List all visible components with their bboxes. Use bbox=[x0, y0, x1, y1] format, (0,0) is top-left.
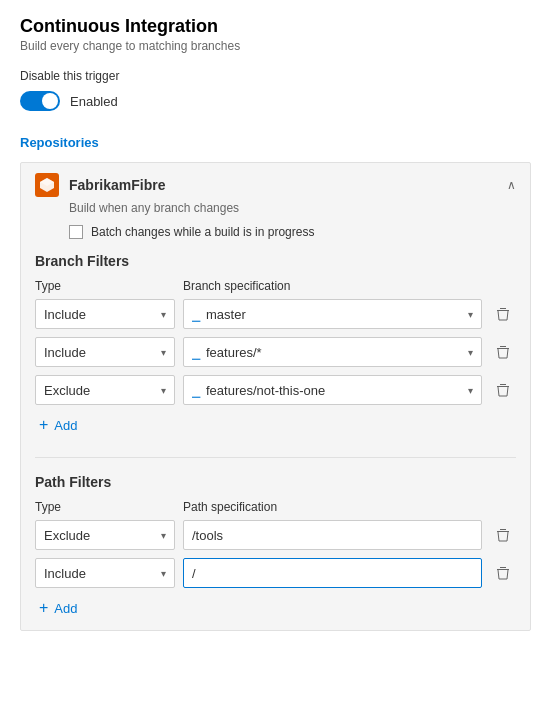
repo-collapse-chevron[interactable]: ∧ bbox=[507, 178, 516, 192]
path-spec-col-header: Path specification bbox=[183, 500, 516, 514]
branch-spec-select-0[interactable]: ⎯ master ▾ bbox=[183, 299, 482, 329]
svg-rect-11 bbox=[500, 567, 506, 568]
path-add-label: Add bbox=[54, 601, 77, 616]
branch-spec-col-header: Branch specification bbox=[183, 279, 516, 293]
branch-delete-button-0[interactable] bbox=[490, 301, 516, 327]
branch-filter-row: Include ▾ ⎯ master ▾ bbox=[35, 299, 516, 329]
repo-name: FabrikamFibre bbox=[69, 177, 165, 193]
path-type-chevron-0: ▾ bbox=[161, 530, 166, 541]
svg-rect-7 bbox=[500, 384, 506, 385]
path-type-value-1: Include bbox=[44, 566, 86, 581]
path-add-button[interactable]: + Add bbox=[39, 596, 77, 620]
branch-spec-value-1: features/* bbox=[206, 345, 262, 360]
svg-rect-10 bbox=[497, 569, 509, 570]
branch-spec-chevron-1: ▾ bbox=[468, 347, 473, 358]
branch-filter-row: Exclude ▾ ⎯ features/not-this-one ▾ bbox=[35, 375, 516, 405]
branch-spec-icon-2: ⎯ bbox=[192, 382, 200, 398]
branch-spec-value-0: master bbox=[206, 307, 246, 322]
svg-rect-3 bbox=[500, 308, 506, 309]
branch-type-value-1: Include bbox=[44, 345, 86, 360]
branch-spec-icon-0: ⎯ bbox=[192, 306, 200, 322]
path-type-select-0[interactable]: Exclude ▾ bbox=[35, 520, 175, 550]
path-type-value-0: Exclude bbox=[44, 528, 90, 543]
path-filter-row-0: Exclude ▾ bbox=[35, 520, 516, 550]
svg-rect-5 bbox=[500, 346, 506, 347]
repo-icon bbox=[35, 173, 59, 197]
path-spec-input-0[interactable] bbox=[183, 520, 482, 550]
page-subtitle: Build every change to matching branches bbox=[20, 39, 531, 53]
svg-rect-8 bbox=[497, 531, 509, 532]
branch-spec-chevron-0: ▾ bbox=[468, 309, 473, 320]
branch-delete-button-1[interactable] bbox=[490, 339, 516, 365]
branch-type-select-0[interactable]: Include ▾ bbox=[35, 299, 175, 329]
branch-filter-row: Include ▾ ⎯ features/* ▾ bbox=[35, 337, 516, 367]
repo-description: Build when any branch changes bbox=[69, 201, 516, 215]
svg-rect-6 bbox=[497, 386, 509, 387]
path-delete-button-0[interactable] bbox=[490, 522, 516, 548]
disable-trigger-label: Disable this trigger bbox=[20, 69, 531, 83]
toggle-status-label: Enabled bbox=[70, 94, 118, 109]
branch-add-label: Add bbox=[54, 418, 77, 433]
path-type-col-header: Type bbox=[35, 500, 175, 514]
branch-spec-icon-1: ⎯ bbox=[192, 344, 200, 360]
branch-type-col-header: Type bbox=[35, 279, 175, 293]
branch-type-select-1[interactable]: Include ▾ bbox=[35, 337, 175, 367]
batch-label: Batch changes while a build is in progre… bbox=[91, 225, 314, 239]
page-title: Continuous Integration bbox=[20, 16, 531, 37]
branch-spec-chevron-2: ▾ bbox=[468, 385, 473, 396]
branch-add-icon: + bbox=[39, 417, 48, 433]
branch-type-value-2: Exclude bbox=[44, 383, 90, 398]
enable-toggle[interactable] bbox=[20, 91, 60, 111]
path-add-icon: + bbox=[39, 600, 48, 616]
svg-rect-2 bbox=[497, 310, 509, 311]
svg-rect-4 bbox=[497, 348, 509, 349]
branch-spec-select-1[interactable]: ⎯ features/* ▾ bbox=[183, 337, 482, 367]
batch-checkbox[interactable] bbox=[69, 225, 83, 239]
branch-type-select-2[interactable]: Exclude ▾ bbox=[35, 375, 175, 405]
path-spec-input-1[interactable] bbox=[183, 558, 482, 588]
path-type-select-1[interactable]: Include ▾ bbox=[35, 558, 175, 588]
path-type-chevron-1: ▾ bbox=[161, 568, 166, 579]
branch-type-value-0: Include bbox=[44, 307, 86, 322]
branch-delete-button-2[interactable] bbox=[490, 377, 516, 403]
branch-spec-value-2: features/not-this-one bbox=[206, 383, 325, 398]
path-filters-heading: Path Filters bbox=[35, 474, 516, 490]
branch-type-chevron-2: ▾ bbox=[161, 385, 166, 396]
branch-filters-heading: Branch Filters bbox=[35, 253, 516, 269]
branch-type-chevron-0: ▾ bbox=[161, 309, 166, 320]
branch-add-button[interactable]: + Add bbox=[39, 413, 77, 437]
branch-spec-select-2[interactable]: ⎯ features/not-this-one ▾ bbox=[183, 375, 482, 405]
path-delete-button-1[interactable] bbox=[490, 560, 516, 586]
repositories-heading: Repositories bbox=[20, 135, 531, 150]
svg-rect-9 bbox=[500, 529, 506, 530]
branch-type-chevron-1: ▾ bbox=[161, 347, 166, 358]
repo-item: FabrikamFibre ∧ Build when any branch ch… bbox=[20, 162, 531, 631]
path-filter-row-1: Include ▾ bbox=[35, 558, 516, 588]
